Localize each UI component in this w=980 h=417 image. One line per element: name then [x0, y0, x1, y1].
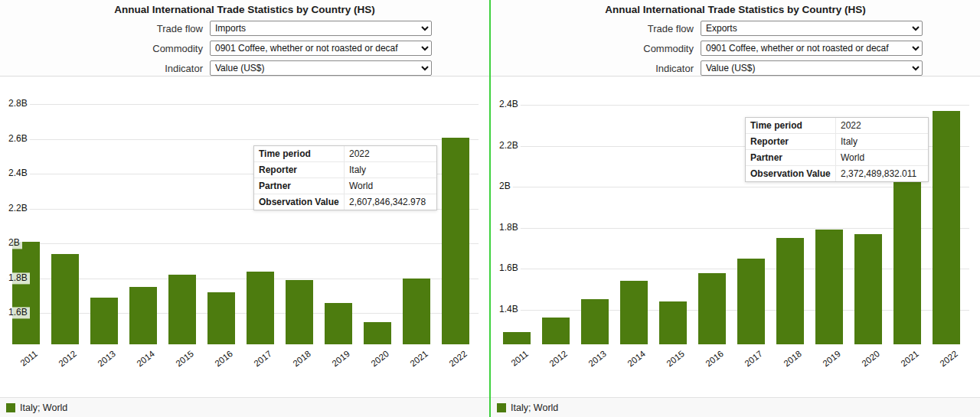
indicator-select[interactable]: Value (US$) — [210, 60, 432, 76]
trade-flow-label: Trade flow — [491, 23, 701, 34]
indicator-label: Indicator — [491, 63, 701, 74]
tooltip-row: Observation Value 2,372,489,832.011 — [746, 166, 928, 181]
x-axis-label-text: 2015 — [174, 349, 195, 368]
legend-label: Italy; World — [511, 402, 558, 413]
bar-2018[interactable] — [776, 238, 804, 344]
x-axis-label-text: 2015 — [665, 349, 686, 368]
x-axis-label-text: 2012 — [57, 349, 78, 368]
tooltip-field-value: World — [836, 150, 928, 165]
commodity-label: Commodity — [491, 43, 701, 54]
bar-2022[interactable] — [442, 138, 469, 344]
x-axis-label-text: 2020 — [860, 349, 881, 368]
chart-legend[interactable]: Italy; World — [0, 397, 489, 417]
trade-flow-label: Trade flow — [0, 23, 210, 34]
x-axis-label-text: 2014 — [626, 349, 647, 368]
exports-header: Annual International Trade Statistics by… — [491, 0, 980, 77]
tooltip-row: Partner World — [746, 150, 928, 166]
tooltip-row: Partner World — [254, 178, 436, 194]
bar-2016[interactable] — [698, 273, 726, 345]
imports-plot-area: 2011201220132014201520162017201820192020… — [0, 77, 489, 344]
bar-2013[interactable] — [581, 299, 609, 344]
y-axis-tick: 2.4B — [6, 168, 30, 180]
page-title: Annual International Trade Statistics by… — [0, 4, 489, 15]
tooltip-field-value: 2,372,489,832.011 — [836, 166, 928, 181]
y-axis-tick: 2.6B — [6, 133, 30, 145]
tooltip-row: Observation Value 2,607,846,342.978 — [254, 194, 436, 210]
tooltip-field-value: Italy — [345, 162, 436, 178]
chart-tooltip: Time period 2022 Reporter Italy Partner … — [253, 145, 437, 210]
x-axis-label-text: 2016 — [704, 349, 725, 368]
indicator-select[interactable]: Value (US$) — [701, 60, 923, 76]
trade-flow-select[interactable]: Exports — [701, 21, 923, 36]
trade-flow-row: Trade flow Imports — [0, 21, 489, 36]
imports-bar-chart: 2011201220132014201520162017201820192020… — [0, 77, 489, 397]
bar-2017[interactable] — [737, 259, 765, 344]
bar-2019[interactable] — [815, 230, 843, 344]
y-axis-tick: 2.4B — [497, 99, 521, 111]
chart-legend[interactable]: Italy; World — [491, 397, 980, 417]
tooltip-field-value: 2,607,846,342.978 — [345, 194, 436, 210]
bar-2020[interactable] — [854, 234, 882, 344]
bar-2012[interactable] — [51, 254, 79, 344]
bar-2014[interactable] — [620, 281, 648, 344]
gridline — [497, 105, 969, 106]
commodity-row: Commodity 0901 Coffee, whether or not ro… — [0, 41, 489, 56]
y-axis-tick: 2B — [6, 238, 22, 249]
indicator-row: Indicator Value (US$) — [0, 60, 489, 76]
bar-2012[interactable] — [542, 318, 570, 344]
y-axis-tick: 1.6B — [6, 308, 30, 319]
x-axis-label-text: 2017 — [743, 349, 764, 368]
x-axis-label-text: 2018 — [782, 349, 803, 368]
y-axis-tick: 1.8B — [497, 222, 521, 233]
bar-2011[interactable] — [503, 332, 531, 344]
bar-2015[interactable] — [168, 275, 196, 344]
bar-2011[interactable] — [12, 242, 40, 344]
bar-2013[interactable] — [90, 298, 118, 344]
tooltip-field-label: Observation Value — [254, 194, 345, 210]
indicator-label: Indicator — [0, 63, 210, 74]
x-axis-label-text: 2011 — [509, 349, 530, 368]
y-axis-tick: 1.4B — [497, 304, 521, 315]
trade-statistics-app: Annual International Trade Statistics by… — [0, 0, 980, 417]
gridline — [6, 139, 479, 140]
tooltip-field-label: Observation Value — [746, 166, 836, 181]
x-axis-label-text: 2012 — [547, 349, 569, 368]
y-axis-tick: 2.2B — [497, 140, 521, 151]
y-axis-tick: 2B — [497, 181, 513, 193]
bar-2022[interactable] — [933, 111, 960, 344]
bar-2021[interactable] — [403, 279, 430, 344]
y-axis-tick: 2.8B — [6, 99, 30, 110]
tooltip-field-label: Reporter — [254, 162, 345, 178]
x-axis-label-text: 2014 — [135, 349, 156, 368]
x-axis-label-text: 2017 — [252, 349, 273, 368]
commodity-label: Commodity — [0, 43, 210, 54]
legend-label: Italy; World — [20, 402, 67, 413]
bar-2020[interactable] — [364, 322, 391, 345]
tooltip-row: Time period 2022 — [254, 146, 436, 162]
trade-flow-row: Trade flow Exports — [491, 21, 980, 36]
bar-2018[interactable] — [286, 280, 313, 344]
y-axis-tick: 1.6B — [497, 263, 521, 275]
tooltip-row: Time period 2022 — [746, 118, 928, 134]
tooltip-field-label: Partner — [254, 178, 345, 194]
bar-2014[interactable] — [129, 287, 157, 344]
x-axis-label-text: 2022 — [938, 349, 959, 368]
trade-flow-select[interactable]: Imports — [210, 21, 432, 36]
tooltip-row: Reporter Italy — [746, 134, 928, 150]
panel-imports: Annual International Trade Statistics by… — [0, 0, 489, 417]
commodity-select[interactable]: 0901 Coffee, whether or not roasted or d… — [210, 41, 432, 56]
chart-tooltip: Time period 2022 Reporter Italy Partner … — [745, 117, 929, 182]
gridline — [6, 104, 479, 105]
page-title: Annual International Trade Statistics by… — [491, 4, 980, 15]
bar-2016[interactable] — [207, 292, 235, 344]
bar-2017[interactable] — [247, 272, 274, 345]
x-axis-label-text: 2013 — [586, 349, 608, 368]
legend-swatch — [497, 403, 506, 412]
commodity-select[interactable]: 0901 Coffee, whether or not roasted or d… — [701, 41, 923, 56]
bar-2015[interactable] — [659, 301, 687, 344]
bar-2019[interactable] — [325, 303, 352, 345]
bar-2021[interactable] — [893, 181, 921, 344]
x-axis-label-text: 2019 — [821, 349, 842, 368]
imports-header: Annual International Trade Statistics by… — [0, 0, 489, 77]
x-axis-label-text: 2021 — [408, 349, 430, 368]
